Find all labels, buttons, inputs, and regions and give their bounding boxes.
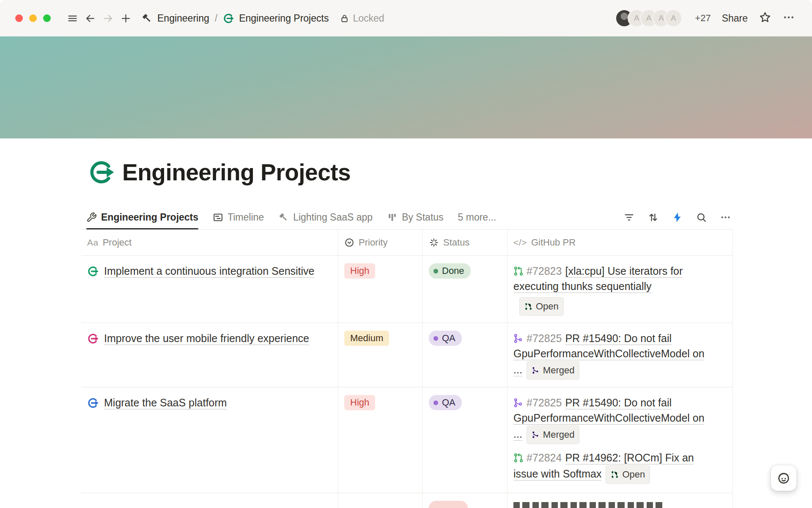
- pull-request-open-icon: [611, 470, 619, 479]
- status-cell[interactable]: QA: [423, 323, 508, 387]
- view-tabs-bar: Engineering Projects Timeline Lighting S…: [81, 206, 733, 229]
- github-pr-cell[interactable]: #72823[xla:cpu] Use iterators for execut…: [508, 256, 733, 323]
- column-header-priority[interactable]: Priority: [338, 229, 423, 255]
- automations-bolt-icon[interactable]: [672, 212, 683, 223]
- filter-icon[interactable]: [623, 212, 635, 223]
- page-title[interactable]: Engineering Projects: [122, 157, 351, 187]
- select-property-icon: [344, 237, 354, 248]
- back-button[interactable]: [81, 9, 99, 27]
- timeline-icon: [213, 212, 223, 223]
- pr-state-badge: Merged: [527, 361, 580, 380]
- git-merge-icon: [532, 431, 540, 439]
- git-merge-icon: [513, 398, 524, 408]
- tab-by-status[interactable]: By Status: [387, 206, 443, 229]
- column-header-project[interactable]: Aa Project: [81, 229, 338, 255]
- project-logo-icon: [87, 333, 99, 345]
- pr-state-badge: Merged: [527, 425, 580, 444]
- tab-label: Lighting SaaS app: [293, 212, 373, 223]
- priority-tag[interactable]: High: [344, 263, 375, 279]
- pr-state-badge: Open: [519, 297, 564, 316]
- new-tab-button[interactable]: [117, 9, 134, 27]
- pull-request-open-icon: [513, 266, 524, 276]
- notion-window: Engineering / Engineering Projects Locke…: [0, 0, 812, 508]
- project-title-link[interactable]: Implement a continuous integration Sensi…: [104, 263, 315, 279]
- table-row: Migrate the SaaS platform High QA #72825…: [81, 387, 733, 493]
- breadcrumb-separator: /: [215, 13, 217, 24]
- status-tag-fragment: [429, 501, 468, 508]
- page-logo-icon: [223, 13, 234, 24]
- notion-ai-button[interactable]: [771, 465, 797, 491]
- status-dot: [433, 269, 438, 273]
- locked-label: Locked: [353, 13, 384, 24]
- search-icon[interactable]: [696, 212, 707, 223]
- more-options-button[interactable]: [782, 11, 795, 25]
- status-tag[interactable]: QA: [429, 395, 462, 410]
- priority-tag[interactable]: High: [344, 395, 375, 410]
- database-table: Aa Project Priority Status </> GitHub PR…: [81, 229, 733, 508]
- project-title-link[interactable]: Improve the user mobile friendly experie…: [104, 331, 309, 346]
- avatar-overflow-count[interactable]: +27: [695, 13, 710, 24]
- column-header-github-pr[interactable]: </> GitHub PR: [508, 229, 733, 255]
- github-pr-cell[interactable]: #72825PR #15490: Do not fail GpuPerforma…: [508, 387, 733, 493]
- status-cell[interactable]: QA: [423, 387, 508, 493]
- avatar[interactable]: A: [664, 9, 682, 27]
- table-header: Aa Project Priority Status </> GitHub PR: [81, 229, 733, 256]
- share-button[interactable]: Share: [722, 13, 748, 24]
- github-pr-entry[interactable]: #72825PR #15490: Do not fail GpuPerforma…: [513, 395, 712, 444]
- github-pr-cell[interactable]: #72825PR #15490: Do not fail GpuPerforma…: [508, 323, 733, 387]
- titlebar: Engineering / Engineering Projects Locke…: [0, 0, 812, 36]
- forward-button[interactable]: [99, 9, 117, 27]
- tab-engineering-projects[interactable]: Engineering Projects: [86, 206, 198, 229]
- ai-face-icon: [776, 471, 791, 485]
- status-tag[interactable]: QA: [429, 331, 462, 346]
- pr-state-badge: Open: [606, 465, 650, 484]
- github-pr-entry[interactable]: #72823[xla:cpu] Use iterators for execut…: [513, 263, 712, 316]
- page-icon-logo[interactable]: [88, 159, 115, 186]
- project-logo-icon: [87, 397, 99, 409]
- priority-cell[interactable]: High: [338, 256, 423, 323]
- tab-lighting-saas-app[interactable]: Lighting SaaS app: [278, 206, 373, 229]
- view-options-icon[interactable]: [720, 212, 731, 223]
- title-property-icon: Aa: [87, 237, 99, 248]
- tab-label: Engineering Projects: [101, 212, 198, 223]
- project-logo-icon: [87, 265, 99, 277]
- status-dot: [433, 336, 438, 341]
- priority-cell[interactable]: Medium: [338, 323, 423, 387]
- priority-tag[interactable]: Medium: [344, 331, 389, 346]
- github-pr-entry[interactable]: #72825PR #15490: Do not fail GpuPerforma…: [513, 331, 712, 380]
- priority-cell[interactable]: High: [338, 387, 423, 493]
- status-cell[interactable]: Done: [423, 256, 508, 323]
- minimize-window-button[interactable]: [29, 14, 37, 22]
- table-row: Implement a continuous integration Sensi…: [81, 256, 733, 323]
- column-header-status[interactable]: Status: [423, 229, 508, 255]
- tab-label: 5 more...: [458, 212, 497, 223]
- status-dot: [433, 400, 438, 405]
- tab-timeline[interactable]: Timeline: [213, 206, 264, 229]
- teamspace-hammer-icon: [141, 13, 153, 24]
- project-title-link[interactable]: Migrate the SaaS platform: [104, 395, 227, 410]
- table-row-partial: [81, 493, 733, 508]
- breadcrumb-parent[interactable]: Engineering: [157, 13, 209, 24]
- status-tag[interactable]: Done: [429, 263, 471, 279]
- status-property-icon: [429, 237, 439, 248]
- breadcrumb: Engineering / Engineering Projects: [141, 13, 329, 24]
- traffic-lights: [15, 14, 51, 22]
- avatar-stack[interactable]: A A A A: [615, 9, 682, 27]
- zoom-window-button[interactable]: [43, 14, 51, 22]
- lock-icon: [340, 14, 349, 23]
- code-property-icon: </>: [513, 237, 527, 248]
- github-pr-entry[interactable]: #72824PR #14962: [ROCm] Fix an issue wit…: [513, 450, 712, 484]
- locked-indicator[interactable]: Locked: [340, 13, 384, 24]
- hammer-icon: [278, 212, 289, 223]
- breadcrumb-current[interactable]: Engineering Projects: [239, 13, 329, 24]
- sort-icon[interactable]: [647, 212, 659, 223]
- tab-more-views[interactable]: 5 more...: [458, 206, 497, 229]
- sidebar-toggle-button[interactable]: [63, 9, 81, 27]
- close-window-button[interactable]: [15, 14, 23, 22]
- page-cover-image: [0, 36, 812, 138]
- wrench-icon: [86, 212, 97, 223]
- favorite-star-button[interactable]: [759, 11, 771, 25]
- tab-label: By Status: [402, 212, 443, 223]
- tab-label: Timeline: [228, 212, 264, 223]
- git-merge-icon: [532, 366, 540, 375]
